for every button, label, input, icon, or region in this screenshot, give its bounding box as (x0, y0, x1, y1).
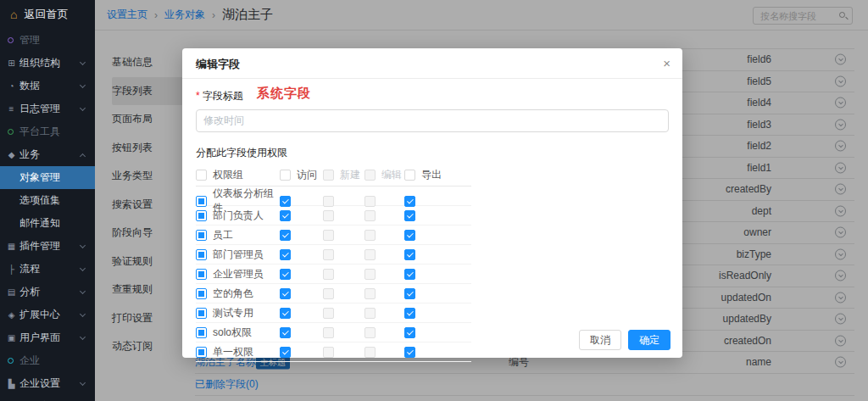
process-icon: ├ (7, 265, 16, 274)
analysis-icon: ▤ (7, 287, 16, 297)
permission-row: 单一权限 (196, 343, 471, 362)
read-checkbox[interactable] (280, 249, 291, 260)
chevron-down-icon (80, 379, 86, 385)
group-checkbox[interactable] (196, 288, 207, 299)
export-checkbox[interactable] (404, 347, 415, 358)
sidebar-item-log-management[interactable]: ≡ 日志管理 (0, 97, 95, 120)
home-icon: ⌂ (10, 8, 17, 20)
enterprise-settings-icon: ▙ (7, 379, 16, 388)
export-checkbox[interactable] (404, 230, 415, 241)
read-checkbox[interactable] (280, 210, 291, 221)
group-checkbox[interactable] (196, 249, 207, 260)
chevron-down-icon (80, 333, 86, 339)
extension-icon: ◈ (7, 310, 16, 320)
sidebar-home-button[interactable]: ⌂ 返回首页 (0, 0, 95, 29)
edit-checkbox (364, 269, 376, 280)
permission-row: 部门负责人 (196, 206, 471, 226)
create-checkbox (323, 210, 334, 221)
home-label: 返回首页 (24, 7, 68, 22)
group-checkbox[interactable] (196, 269, 207, 280)
plugin-icon: ▦ (7, 242, 16, 251)
sidebar-item-analysis[interactable]: ▤ 分析 (0, 281, 95, 304)
platform-tools-ring-icon (8, 129, 14, 135)
sidebar-item-data[interactable]: ◔ 数据 (0, 75, 95, 97)
confirm-button[interactable]: 确定 (628, 330, 670, 350)
sidebar-item-business[interactable]: ◆ 业务 (0, 143, 95, 166)
select-all-groups-checkbox[interactable] (196, 170, 207, 181)
create-checkbox (323, 308, 334, 319)
modal-footer: 取消 确定 (579, 330, 670, 350)
sidebar: ⌂ 返回首页 管理 ⊞ 组织结构 ◔ 数据 ≡ 日志管理 平台工具 ◆ 业务 (0, 0, 95, 401)
export-checkbox[interactable] (404, 327, 415, 338)
sidebar-item-admin[interactable]: 管理 (0, 29, 95, 52)
ui-icon: ▣ (7, 333, 16, 343)
export-checkbox[interactable] (404, 308, 415, 319)
export-checkbox[interactable] (404, 269, 415, 280)
sidebar-item-system-security[interactable]: ◉ 系统安全 (0, 395, 95, 401)
select-all-export-checkbox[interactable] (404, 170, 415, 181)
modal-header: 编辑字段 × (182, 48, 682, 79)
permission-row: 部门管理员 (196, 245, 471, 265)
edit-checkbox (364, 308, 376, 319)
chevron-down-icon (80, 287, 86, 293)
sidebar-item-enterprise-settings[interactable]: ▙ 企业设置 (0, 372, 95, 395)
permission-row: 仪表板分析组件 (196, 187, 471, 206)
read-checkbox[interactable] (280, 347, 291, 358)
edit-field-modal: 编辑字段 × *字段标题 系统字段 分配此字段使用权限 权限组 访问 新建 编辑… (182, 48, 682, 358)
chevron-down-icon (80, 310, 86, 316)
read-checkbox[interactable] (280, 269, 291, 280)
create-checkbox (323, 269, 334, 280)
read-checkbox[interactable] (280, 327, 291, 338)
permission-row: 测试专用 (196, 304, 471, 323)
read-checkbox[interactable] (280, 288, 291, 299)
sidebar-item-plugin-management[interactable]: ▦ 插件管理 (0, 235, 95, 258)
permission-row: 空的角色 (196, 284, 471, 304)
close-icon[interactable]: × (663, 48, 670, 79)
log-icon: ≡ (7, 104, 16, 114)
create-checkbox (323, 347, 334, 358)
screen: ⌂ 返回首页 管理 ⊞ 组织结构 ◔ 数据 ≡ 日志管理 平台工具 ◆ 业务 (0, 0, 868, 401)
select-all-read-checkbox[interactable] (280, 170, 291, 181)
required-asterisk: * (196, 90, 200, 102)
sidebar-item-object-management[interactable]: 对象管理 (0, 166, 95, 189)
chevron-up-icon (80, 153, 86, 159)
create-checkbox (323, 249, 334, 260)
group-checkbox[interactable] (196, 347, 207, 358)
chevron-down-icon (80, 58, 86, 64)
read-checkbox[interactable] (280, 230, 291, 241)
edit-checkbox (364, 288, 376, 299)
read-checkbox[interactable] (280, 196, 291, 207)
export-checkbox[interactable] (404, 249, 415, 260)
group-checkbox[interactable] (196, 210, 207, 221)
sidebar-item-option-value-sets[interactable]: 选项值集 (0, 189, 95, 212)
sidebar-item-user-interface[interactable]: ▣ 用户界面 (0, 326, 95, 349)
sidebar-item-enterprise[interactable]: 企业 (0, 349, 95, 372)
export-checkbox[interactable] (404, 288, 415, 299)
admin-ring-icon (8, 37, 14, 43)
cancel-button[interactable]: 取消 (579, 330, 621, 350)
sidebar-item-process[interactable]: ├ 流程 (0, 258, 95, 281)
group-checkbox[interactable] (196, 308, 207, 319)
sidebar-item-org-structure[interactable]: ⊞ 组织结构 (0, 52, 95, 75)
export-checkbox[interactable] (404, 196, 415, 207)
data-icon: ◔ (7, 81, 16, 91)
create-checkbox (323, 196, 334, 207)
sidebar-item-email-notification[interactable]: 邮件通知 (0, 212, 95, 235)
permission-table-header: 权限组 访问 新建 编辑 导出 (196, 164, 471, 187)
group-checkbox[interactable] (196, 230, 207, 241)
org-structure-icon: ⊞ (7, 58, 16, 68)
edit-checkbox (364, 249, 376, 260)
group-checkbox[interactable] (196, 196, 207, 207)
sidebar-item-platform-tools[interactable]: 平台工具 (0, 120, 95, 143)
permission-table: 权限组 访问 新建 编辑 导出 仪表板分析组件 部门负责人 (196, 164, 471, 362)
sidebar-item-extension-center[interactable]: ◈ 扩展中心 (0, 304, 95, 326)
select-all-edit-checkbox (364, 170, 376, 181)
group-checkbox[interactable] (196, 327, 207, 338)
select-all-create-checkbox (323, 170, 334, 181)
field-title-input[interactable] (196, 109, 669, 132)
create-checkbox (323, 327, 334, 338)
chevron-down-icon (80, 81, 86, 87)
permission-row: 企业管理员 (196, 265, 471, 284)
read-checkbox[interactable] (280, 308, 291, 319)
export-checkbox[interactable] (404, 210, 415, 221)
